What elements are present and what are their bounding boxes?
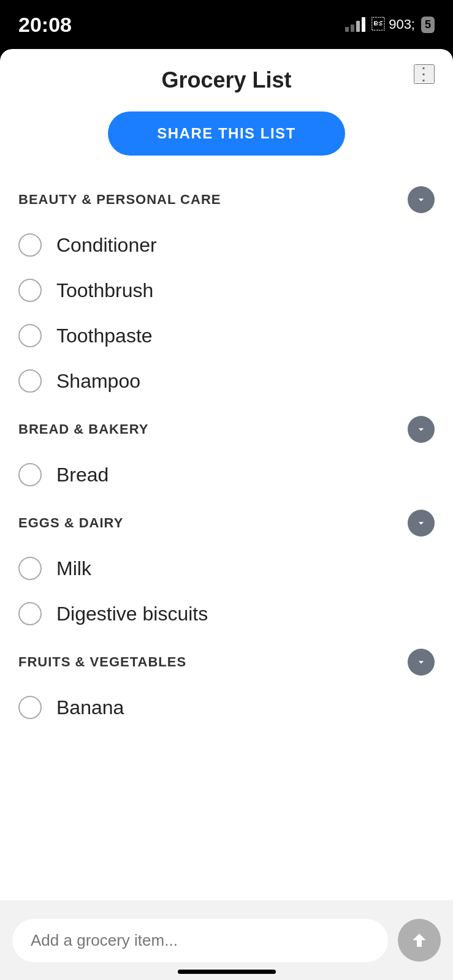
category-title-fruits: FRUITS & VEGETABLES (18, 654, 186, 670)
chevron-down-icon (415, 423, 427, 435)
checkbox-shampoo[interactable] (18, 369, 42, 393)
battery-level: 5 (425, 18, 431, 31)
add-item-input[interactable] (12, 919, 388, 962)
item-label-shampoo: Shampoo (56, 370, 140, 393)
category-header-bread: BREAD & BAKERY (0, 404, 453, 452)
checkbox-toothpaste[interactable] (18, 324, 42, 347)
checkbox-conditioner[interactable] (18, 233, 42, 257)
chevron-down-icon (415, 517, 427, 529)
checkbox-bread[interactable] (18, 463, 42, 486)
category-header-fruits: FRUITS & VEGETABLES (0, 636, 453, 685)
list-item[interactable]: Bread (0, 452, 453, 497)
checkbox-banana[interactable] (18, 696, 42, 719)
collapse-btn-eggs[interactable] (408, 510, 435, 537)
battery-icon: 5 (421, 17, 435, 33)
list-item[interactable]: Toothbrush (0, 268, 453, 313)
category-title-bread: BREAD & BAKERY (18, 421, 148, 437)
item-label-digestive-biscuits: Digestive biscuits (56, 603, 208, 625)
category-header-eggs: EGGS & DAIRY (0, 497, 453, 546)
list-item[interactable]: Milk (0, 546, 453, 591)
collapse-btn-fruits[interactable] (408, 649, 435, 676)
list-item[interactable]: Shampoo (0, 358, 453, 404)
main-content: Grocery List ⋮ SHARE THIS LIST BEAUTY & … (0, 49, 453, 980)
chevron-down-icon (415, 194, 427, 206)
home-indicator (178, 970, 276, 974)
checkbox-milk[interactable] (18, 557, 42, 580)
list-item[interactable]: Conditioner (0, 222, 453, 268)
list-item[interactable]: Banana (0, 685, 453, 730)
item-label-conditioner: Conditioner (56, 234, 157, 257)
app-header: Grocery List ⋮ (0, 49, 453, 99)
share-section: SHARE THIS LIST (0, 99, 453, 174)
signal-icon (345, 17, 365, 32)
list-item[interactable]: Toothpaste (0, 313, 453, 358)
bottom-input-bar (0, 900, 453, 980)
page-title: Grocery List (161, 67, 291, 93)
category-title-beauty: BEAUTY & PERSONAL CARE (18, 192, 221, 208)
share-list-button[interactable]: SHARE THIS LIST (108, 111, 345, 156)
category-header-beauty: BEAUTY & PERSONAL CARE (0, 174, 453, 222)
arrow-up-icon (409, 930, 429, 950)
status-icons:  903; 5 (345, 17, 435, 33)
status-time: 20:08 (18, 13, 72, 37)
submit-item-button[interactable] (398, 919, 441, 962)
status-bar: 20:08  903; 5 (0, 0, 453, 49)
checkbox-digestive-biscuits[interactable] (18, 602, 42, 625)
list-item[interactable]: Digestive biscuits (0, 591, 453, 636)
menu-button[interactable]: ⋮ (414, 64, 435, 84)
item-label-toothbrush: Toothbrush (56, 279, 153, 302)
item-label-toothpaste: Toothpaste (56, 325, 153, 347)
wifi-icon:  903; (371, 17, 415, 32)
category-title-eggs: EGGS & DAIRY (18, 515, 123, 531)
checkbox-toothbrush[interactable] (18, 279, 42, 302)
item-label-banana: Banana (56, 696, 124, 719)
item-label-milk: Milk (56, 557, 91, 580)
chevron-down-icon (415, 656, 427, 668)
collapse-btn-beauty[interactable] (408, 186, 435, 213)
item-label-bread: Bread (56, 464, 108, 486)
collapse-btn-bread[interactable] (408, 416, 435, 443)
grocery-list[interactable]: BEAUTY & PERSONAL CAREConditionerToothbr… (0, 174, 453, 980)
